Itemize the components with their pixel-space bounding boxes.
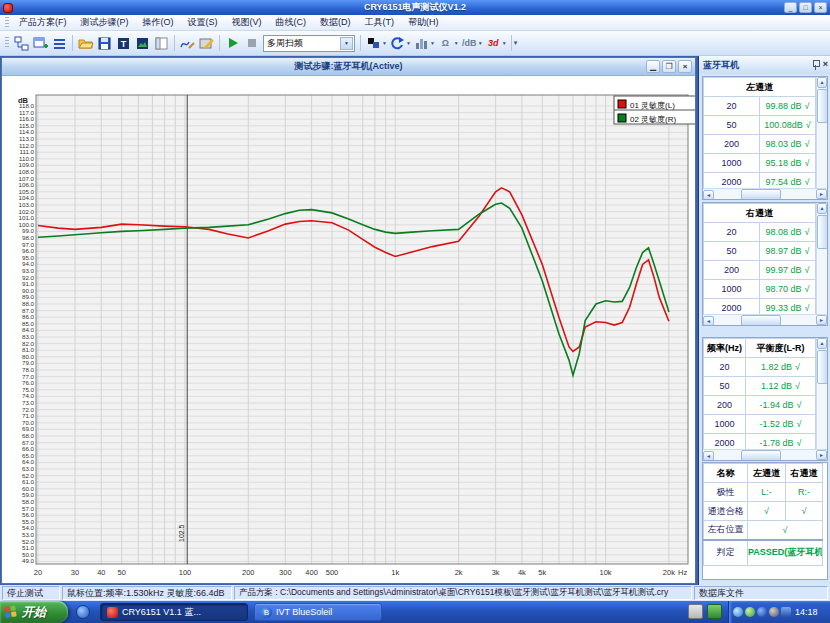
- horizontal-scrollbar[interactable]: ◄►: [703, 314, 827, 325]
- svg-text:98.0: 98.0: [22, 234, 35, 241]
- chart-restore-button[interactable]: ❐: [662, 60, 676, 73]
- system-tray: 14:18: [728, 601, 830, 623]
- vertical-scrollbar[interactable]: ▲: [816, 77, 827, 188]
- impedance-dropdown-icon[interactable]: ▼: [454, 40, 459, 46]
- svg-text:50.0: 50.0: [22, 551, 35, 558]
- curve-style-icon[interactable]: [364, 34, 383, 53]
- pass-check-icon: √: [805, 139, 810, 149]
- table-header-row: 左通道: [704, 78, 816, 97]
- tray-icon-2[interactable]: [745, 607, 755, 617]
- scroll-thumb: [817, 350, 828, 384]
- legend: 01 灵敏度(L)02 灵敏度(R): [614, 96, 695, 124]
- svg-text:103.0: 103.0: [19, 201, 35, 208]
- horizontal-scrollbar[interactable]: ◄►: [703, 188, 827, 199]
- close-button[interactable]: ×: [814, 2, 827, 13]
- image-tool-icon[interactable]: [133, 34, 152, 53]
- svg-text:71.0: 71.0: [22, 412, 35, 419]
- svg-text:79.0: 79.0: [22, 359, 35, 366]
- frequency-response-chart[interactable]: 49.050.051.052.053.054.055.056.057.058.0…: [2, 76, 695, 584]
- menu-data[interactable]: 数据(D): [313, 14, 358, 31]
- start-test-icon[interactable]: [223, 34, 242, 53]
- table-row: 5098.97 dB√: [704, 242, 816, 261]
- chart-window-titlebar[interactable]: 测试步骤:蓝牙耳机(Active) ▁ ❐ ×: [2, 58, 695, 76]
- maximize-button[interactable]: □: [799, 2, 812, 13]
- usb-device-icon[interactable]: [707, 604, 722, 619]
- vertical-scrollbar[interactable]: ▲: [816, 338, 827, 449]
- curve-edit-icon[interactable]: [178, 34, 197, 53]
- table-row: 20099.97 dB√: [704, 261, 816, 280]
- spl-db-dropdown-icon[interactable]: ▼: [478, 40, 483, 46]
- language-bar-icon[interactable]: [688, 604, 703, 619]
- verdict-value: PASSED(蓝牙耳机): [748, 540, 823, 566]
- svg-text:101.0: 101.0: [19, 214, 35, 221]
- table-row: 判定PASSED(蓝牙耳机): [704, 540, 823, 566]
- stop-test-icon[interactable]: [242, 34, 261, 53]
- bar-chart-dropdown-icon[interactable]: ▼: [430, 40, 435, 46]
- toolbar-overflow-icon[interactable]: ▾: [514, 39, 518, 47]
- pin-icon[interactable]: [811, 59, 820, 70]
- svg-text:65.0: 65.0: [22, 452, 35, 459]
- svg-text:02 灵敏度(R): 02 灵敏度(R): [630, 115, 677, 124]
- menu-view[interactable]: 视图(V): [225, 14, 269, 31]
- svg-text:97.0: 97.0: [22, 241, 35, 248]
- svg-text:96.0: 96.0: [22, 247, 35, 254]
- screenshot-icon[interactable]: [197, 34, 216, 53]
- menu-tools[interactable]: 工具(T): [358, 14, 402, 31]
- svg-text:52.0: 52.0: [22, 538, 35, 545]
- taskbar-item-bluesoleil[interactable]: B IVT BlueSoleil: [254, 603, 382, 621]
- add-window-icon[interactable]: [31, 34, 50, 53]
- bar-chart-icon[interactable]: [412, 34, 431, 53]
- svg-text:63.0: 63.0: [22, 465, 35, 472]
- tray-icon-1[interactable]: [733, 607, 743, 617]
- curve-style-dropdown-icon[interactable]: ▼: [382, 40, 387, 46]
- table-header-row: 右通道: [704, 204, 816, 223]
- start-button[interactable]: 开始: [0, 601, 68, 623]
- rotate-icon[interactable]: [388, 34, 407, 53]
- pass-check-icon: √: [805, 177, 810, 187]
- text-tool-icon[interactable]: T: [114, 34, 133, 53]
- panel-close-icon[interactable]: ×: [823, 60, 828, 69]
- panel-icon[interactable]: [152, 34, 171, 53]
- svg-text:72.0: 72.0: [22, 406, 35, 413]
- distortion-icon[interactable]: 3d: [484, 34, 503, 53]
- svg-text:01 灵敏度(L): 01 灵敏度(L): [630, 101, 675, 110]
- save-icon[interactable]: [95, 34, 114, 53]
- menu-test-steps[interactable]: 测试步骤(P): [74, 14, 136, 31]
- result-panel-header[interactable]: 蓝牙耳机 ×: [699, 56, 830, 74]
- table-row: 100098.70 dB√: [704, 280, 816, 299]
- impedance-icon[interactable]: Ω: [436, 34, 455, 53]
- taskbar-item-label: IVT BlueSoleil: [276, 607, 332, 617]
- spl-db-icon[interactable]: /dB: [460, 34, 479, 53]
- menu-operation[interactable]: 操作(O): [136, 14, 181, 31]
- tray-network-icon[interactable]: [781, 607, 791, 617]
- quick-launch-icon[interactable]: [76, 605, 90, 619]
- minimize-button[interactable]: _: [784, 2, 797, 13]
- tray-icon-4[interactable]: [769, 607, 779, 617]
- horizontal-scrollbar[interactable]: ◄►: [703, 449, 827, 460]
- pass-check-icon: √: [748, 521, 823, 540]
- toolbar-grip: [5, 37, 9, 49]
- svg-text:54.0: 54.0: [22, 524, 35, 531]
- taskbar-item-cry6151[interactable]: CRY6151 V1.1 蓝...: [100, 603, 248, 621]
- menu-help[interactable]: 帮助(H): [401, 14, 446, 31]
- tray-bluetooth-icon[interactable]: [757, 607, 767, 617]
- menu-settings[interactable]: 设置(S): [181, 14, 225, 31]
- combo-arrow-icon[interactable]: ▼: [340, 37, 353, 50]
- scheme-tree-icon[interactable]: [12, 34, 31, 53]
- table-header-row: 名称 左通道 右通道: [704, 464, 823, 483]
- chart-close-button[interactable]: ×: [678, 60, 692, 73]
- status-scheme-path: 产品方案 : C:\Documents and Settings\Adminis…: [234, 586, 692, 600]
- svg-text:88.0: 88.0: [22, 300, 35, 307]
- menu-curve[interactable]: 曲线(C): [269, 14, 314, 31]
- chart-minimize-button[interactable]: ▁: [646, 60, 660, 73]
- rotate-dropdown-icon[interactable]: ▼: [406, 40, 411, 46]
- menu-product-scheme[interactable]: 产品方案(F): [12, 14, 74, 31]
- sweep-mode-combo[interactable]: 多周扫频 ▼: [263, 35, 355, 52]
- chart-window-title: 测试步骤:蓝牙耳机(Active): [294, 60, 402, 73]
- distortion-dropdown-icon[interactable]: ▼: [502, 40, 507, 46]
- svg-text:T: T: [121, 39, 127, 49]
- summary-table: 名称 左通道 右通道 极性L:-R:- 通道合格√√ 左右位置√ 判定PASSE…: [702, 462, 828, 580]
- vertical-scrollbar[interactable]: ▲: [816, 203, 827, 314]
- steps-list-icon[interactable]: [50, 34, 69, 53]
- open-folder-icon[interactable]: [76, 34, 95, 53]
